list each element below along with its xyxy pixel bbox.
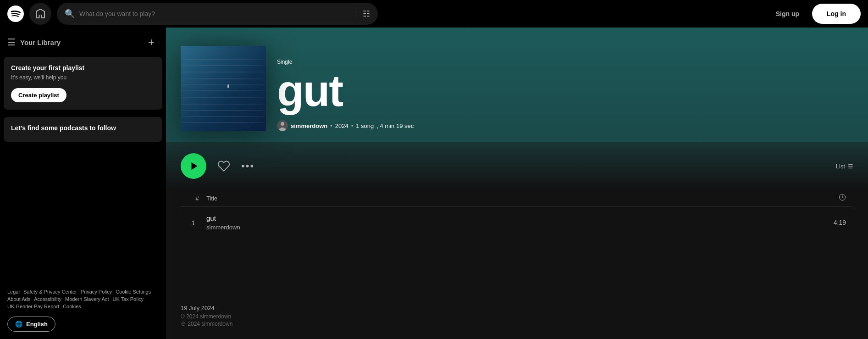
footer-link-gender-pay[interactable]: UK Gender Pay Report — [7, 304, 59, 309]
release-info: 19 July 2024 © 2024 simmerdown ℗ 2024 si… — [166, 294, 868, 339]
song-count: 1 song — [356, 122, 374, 129]
footer-link-modern-slavery[interactable]: Modern Slavery Act — [65, 296, 109, 302]
list-label: List — [836, 163, 845, 170]
release-date: 19 July 2024 — [181, 305, 853, 311]
track-list: # Title 1 gut simmerdown 4:19 — [166, 190, 868, 294]
search-divider — [356, 8, 356, 19]
track-num-header: # — [188, 195, 206, 202]
play-button[interactable] — [181, 153, 206, 179]
home-button[interactable] — [29, 3, 51, 25]
artist-name[interactable]: simmerdown — [291, 122, 327, 129]
sidebar: ☰ Your Library + Create your first playl… — [0, 28, 166, 339]
login-button[interactable]: Log in — [812, 4, 861, 24]
copyright-c: ℗ 2024 simmerdown — [181, 321, 853, 327]
album-meta: simmerdown • 2024 • 1 song , 4 min 19 se… — [277, 120, 853, 131]
create-playlist-card: Create your first playlist It's easy, we… — [4, 57, 162, 110]
footer-link-accessibility[interactable]: Accessibility — [34, 296, 61, 302]
track-duration: 4:19 — [834, 219, 846, 226]
browse-icon[interactable]: ☷ — [363, 9, 370, 19]
track-number: 1 — [188, 219, 199, 227]
track-header: # Title — [181, 190, 853, 207]
artist-avatar — [277, 120, 288, 131]
album-year: 2024 — [335, 122, 348, 129]
album-art-image — [181, 46, 266, 131]
search-bar: 🔍 ☷ — [57, 3, 378, 25]
main-content: Single gut simmerdown • 2024 • 1 song , … — [166, 28, 868, 339]
create-playlist-button[interactable]: Create playlist — [11, 88, 66, 102]
album-title: gut — [277, 69, 853, 113]
footer-links: Legal Safety & Privacy Center Privacy Po… — [7, 289, 159, 309]
table-row[interactable]: 1 gut simmerdown 4:19 — [181, 211, 853, 234]
signup-button[interactable]: Sign up — [768, 6, 807, 21]
add-library-button[interactable]: + — [144, 35, 159, 50]
library-header: ☰ Your Library + — [0, 28, 166, 53]
search-input[interactable] — [79, 10, 349, 17]
footer-link-uk-tax[interactable]: UK Tax Policy — [112, 296, 144, 302]
library-title: Your Library — [20, 39, 61, 46]
create-playlist-card-title: Create your first playlist — [11, 64, 155, 72]
library-title-area: ☰ Your Library — [7, 37, 61, 48]
podcasts-card: Let's find some podcasts to follow — [4, 117, 162, 142]
tiny-figure — [227, 84, 229, 88]
meta-dot-1: • — [330, 122, 332, 129]
library-icon: ☰ — [7, 37, 16, 48]
footer-link-cookies[interactable]: Cookie Settings — [116, 289, 151, 295]
sidebar-footer: Legal Safety & Privacy Center Privacy Po… — [0, 282, 166, 335]
footer-link-cookies2[interactable]: Cookies — [63, 304, 81, 309]
language-button[interactable]: 🌐 English — [7, 317, 55, 332]
track-name: gut — [206, 214, 826, 222]
ellipsis-icon: ••• — [241, 160, 254, 172]
track-info: gut simmerdown — [206, 214, 826, 231]
podcasts-card-title: Let's find some podcasts to follow — [11, 124, 155, 132]
album-type: Single — [277, 59, 853, 65]
album-art — [181, 46, 266, 131]
track-title-header: Title — [206, 195, 839, 202]
album-info: Single gut simmerdown • 2024 • 1 song , … — [277, 59, 853, 131]
search-icon: 🔍 — [65, 9, 75, 19]
list-view-button[interactable]: List ☰ — [836, 163, 853, 170]
more-options-button[interactable]: ••• — [241, 160, 254, 172]
globe-icon: 🌐 — [15, 321, 22, 328]
top-nav: 🔍 ☷ Sign up Log in — [0, 0, 868, 28]
svg-point-2 — [279, 128, 286, 131]
footer-link-legal[interactable]: Legal — [7, 289, 20, 295]
album-controls: ••• List ☰ — [166, 142, 868, 190]
footer-link-about-ads[interactable]: About Ads — [7, 296, 30, 302]
copyright-p: © 2024 simmerdown — [181, 313, 853, 320]
nav-right: Sign up Log in — [768, 4, 861, 24]
footer-link-privacy[interactable]: Privacy Policy — [81, 289, 112, 295]
album-header: Single gut simmerdown • 2024 • 1 song , … — [166, 28, 868, 142]
svg-marker-3 — [191, 162, 197, 170]
water-waves — [181, 46, 266, 131]
footer-link-safety[interactable]: Safety & Privacy Center — [23, 289, 77, 295]
main-area: ☰ Your Library + Create your first playl… — [0, 28, 868, 339]
svg-point-1 — [281, 122, 284, 126]
create-playlist-card-subtitle: It's easy, we'll help you — [11, 74, 155, 81]
language-label: English — [26, 321, 48, 328]
meta-dot-2: • — [351, 122, 354, 129]
spotify-logo[interactable] — [7, 6, 24, 22]
track-duration-header — [839, 194, 846, 203]
list-icon: ☰ — [848, 163, 853, 170]
track-artist[interactable]: simmerdown — [206, 224, 826, 231]
like-button[interactable] — [217, 160, 230, 172]
album-duration: , 4 min 19 sec — [376, 122, 414, 129]
